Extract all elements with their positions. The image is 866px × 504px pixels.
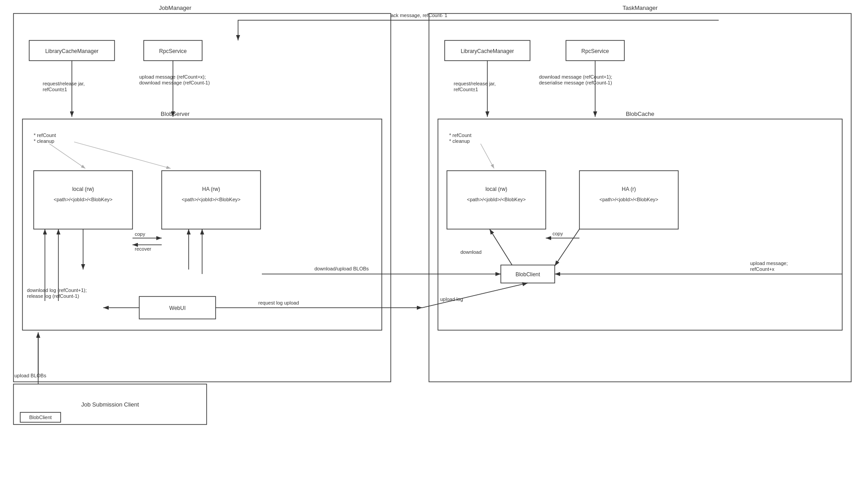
svg-line-34	[481, 144, 494, 168]
upload-log-label: upload log	[440, 296, 463, 302]
svg-line-12	[74, 142, 171, 168]
download-label: download	[460, 249, 482, 255]
job-manager-label: JobManager	[159, 4, 192, 11]
left-rpc-service-label: RpcService	[159, 48, 187, 54]
svg-line-39	[490, 229, 512, 265]
svg-text:deserialise message (refCount-: deserialise message (refCount-1)	[539, 80, 612, 85]
left-local-rw-label: local (rw)	[72, 186, 94, 192]
copy-label: copy	[135, 231, 146, 237]
download-log-label: download log (refCount+1);	[27, 287, 87, 293]
right-library-cache-manager-label: LibraryCacheManager	[461, 48, 514, 54]
svg-text:release log (refCount-1): release log (refCount-1)	[27, 293, 79, 299]
task-manager-label: TaskManager	[623, 4, 658, 11]
svg-text:download message (refCount-1): download message (refCount-1)	[139, 80, 210, 85]
upload-message-refcount-label: upload message;	[750, 261, 788, 266]
left-ha-path-label: <path>/<jobId>/<BlobKey>	[182, 197, 241, 202]
blob-server-label: BlobServer	[161, 111, 190, 117]
svg-text:refCount±1: refCount±1	[43, 87, 67, 92]
diagram-container: JobManager LibraryCacheManager RpcServic…	[0, 0, 866, 504]
svg-text:refCount±1: refCount±1	[454, 87, 478, 92]
job-submission-client-label: Job Submission Client	[81, 401, 139, 408]
left-cleanup-label: * cleanup	[34, 138, 54, 144]
right-copy-label: copy	[552, 231, 563, 236]
blob-client-task-label: BlobClient	[516, 271, 540, 278]
left-library-cache-manager-label: LibraryCacheManager	[45, 48, 99, 54]
svg-line-11	[49, 144, 85, 168]
ack-message-label: ack message, refCount- 1	[391, 13, 447, 18]
blob-client-job-label: BlobClient	[29, 415, 52, 420]
right-refcount-label: * refCount	[449, 133, 472, 138]
right-rpc-arrow-label: download message (refCount+1);	[539, 74, 612, 80]
blob-cache-label: BlobCache	[626, 111, 654, 117]
right-rpc-service-label: RpcService	[581, 48, 609, 54]
right-local-rw-label: local (rw)	[486, 186, 508, 192]
left-refcount-label: * refCount	[34, 133, 56, 138]
recover-label: recover	[135, 246, 151, 252]
right-ha-r-label: HA (r)	[622, 186, 636, 192]
right-lib-arrow-label: request/release jar,	[454, 81, 496, 86]
right-cleanup-label: * cleanup	[449, 138, 470, 144]
request-log-upload-label: request log upload	[258, 300, 299, 305]
right-ha-path-label: <path>/<jobId>/<BlobKey>	[600, 197, 658, 202]
svg-text:refCount+x: refCount+x	[750, 266, 775, 272]
right-local-path-label: <path>/<jobId>/<BlobKey>	[467, 197, 526, 202]
left-local-path-label: <path>/<jobId>/<BlobKey>	[54, 197, 113, 202]
download-upload-blobs-label: download/upload BLOBs	[314, 266, 369, 271]
left-ha-rw-label: HA (rw)	[202, 186, 220, 192]
web-ui-label: WebUI	[169, 305, 186, 311]
upload-blobs-label: upload BLOBs	[14, 373, 46, 378]
left-lib-arrow-label: request/release jar,	[43, 81, 85, 86]
left-rpc-arrow-label: upload message (refCount+x);	[139, 74, 206, 80]
diagram-svg: JobManager LibraryCacheManager RpcServic…	[0, 0, 866, 504]
